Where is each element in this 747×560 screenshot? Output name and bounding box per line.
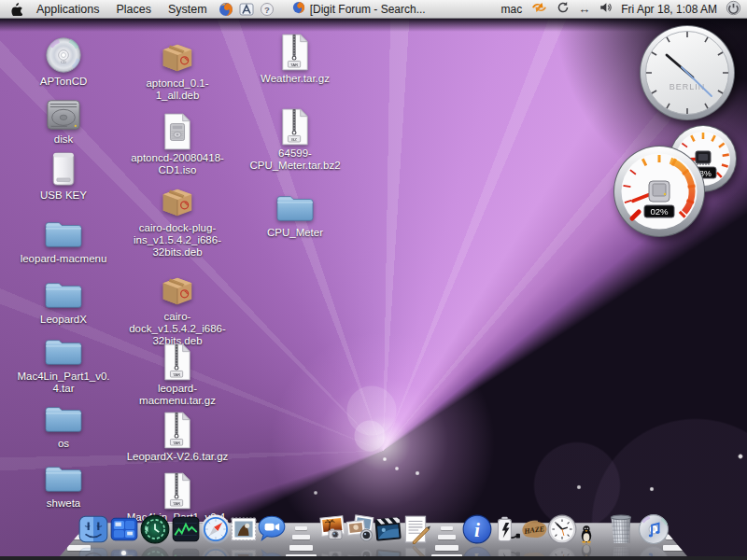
svg-text:i: i bbox=[474, 519, 480, 541]
dock-icon-get-info[interactable]: ii bbox=[461, 513, 493, 545]
desktop-icon-os[interactable]: os bbox=[15, 396, 112, 450]
desktop-icon-label: APTonCD bbox=[40, 76, 88, 88]
dock-icon-haze-weather[interactable]: HAZEHAZE bbox=[518, 513, 550, 545]
deb-package-icon bbox=[158, 35, 197, 77]
dock-icon-finder[interactable] bbox=[78, 513, 109, 545]
svg-text:?: ? bbox=[264, 4, 270, 14]
dock-icon-imovie[interactable] bbox=[372, 513, 403, 545]
desktop-icon-leopardx[interactable]: LeopardX bbox=[15, 272, 112, 326]
desktop-icon-cpu-meter-tarbz2[interactable]: BZ64599-CPU_Meter.tar.bz2 bbox=[243, 105, 347, 172]
svg-text:CD: CD bbox=[61, 60, 66, 64]
dock-separator bbox=[438, 535, 456, 539]
desktop-icon-cairo-dock-deb[interactable]: cairo-dock_v1.5.4.2_i686-32bits.deb bbox=[125, 269, 230, 347]
bz2-archive-icon: BZ bbox=[279, 105, 311, 147]
dock-separator bbox=[292, 535, 310, 539]
desktop-icon-weather-targz[interactable]: TARWeather.tar.gz bbox=[243, 31, 347, 85]
dock-icon-itunes[interactable] bbox=[638, 513, 669, 545]
desktop-icon-label: Mac4Lin_Part1_v0.4.tar bbox=[15, 371, 112, 395]
desktop-icon-label: leopard-macmenu bbox=[21, 253, 107, 265]
desktop-icon-aptoncd-iso[interactable]: aptoncd-20080418-CD1.iso bbox=[125, 110, 230, 176]
desktop-icon-label: LeopardX bbox=[40, 314, 87, 326]
tar-archive-icon: TAR bbox=[162, 409, 193, 450]
desktop-icon-label: USB KEY bbox=[40, 189, 87, 202]
desktop-icon-usb-key[interactable]: USB KEY bbox=[15, 147, 112, 202]
desktop-icon-label: disk bbox=[54, 133, 73, 146]
dock-separator bbox=[435, 545, 458, 551]
volume-icon[interactable] bbox=[599, 1, 613, 17]
username-label[interactable]: mac bbox=[501, 3, 523, 16]
desktop-icon-cairo-dock-plugins-deb[interactable]: cairo-dock-plug-ins_v1.5.4.2_i686-32bits… bbox=[125, 180, 230, 259]
desktop-icon-label: Weather.tar.gz bbox=[261, 73, 330, 85]
tar-archive-icon: TAR bbox=[279, 31, 311, 72]
svg-text:BZ: BZ bbox=[291, 137, 297, 142]
desktop-icon-leopard-macmenu-targz[interactable]: TARleopard-macmenu.tar.gz bbox=[125, 341, 230, 407]
cd-icon: CD bbox=[44, 34, 83, 75]
desktop-icon-label: aptoncd_0.1-1_all.deb bbox=[125, 77, 230, 102]
menu-applications[interactable]: Applications bbox=[28, 0, 107, 18]
dock-icon-clock[interactable] bbox=[546, 513, 578, 545]
folder-icon bbox=[42, 455, 85, 497]
folder-icon bbox=[42, 272, 85, 313]
refresh-icon[interactable] bbox=[557, 1, 570, 17]
svg-text:TAR: TAR bbox=[173, 372, 180, 377]
desktop-icon-label: os bbox=[58, 438, 69, 450]
svg-text:TAR: TAR bbox=[173, 441, 180, 445]
dock-icon-battery[interactable] bbox=[489, 513, 521, 545]
dock-separator bbox=[669, 526, 681, 530]
svg-text:TAR: TAR bbox=[290, 63, 298, 67]
desktop-icon-label: 64599-CPU_Meter.tar.bz2 bbox=[243, 147, 347, 172]
desktop-icon-label: CPU_Meter bbox=[267, 227, 323, 239]
dock-icon-iphoto[interactable] bbox=[317, 513, 348, 545]
dock-icon-safari[interactable] bbox=[200, 513, 232, 545]
desktop-icon-label: leopard-macmenu.tar.gz bbox=[125, 383, 230, 407]
power-icon[interactable] bbox=[726, 0, 741, 19]
window-title: [Digit Forum - Search... bbox=[310, 3, 426, 16]
desktop-icon-label: cairo-dock-plug-ins_v1.5.4.2_i686-32bits… bbox=[125, 222, 230, 259]
desktop-icon-leopard-macmenu[interactable]: leopard-macmenu bbox=[15, 211, 112, 265]
menu-places[interactable]: Places bbox=[107, 0, 160, 18]
dock-icon-mail[interactable] bbox=[228, 513, 260, 545]
disk-gauge-value: 02% bbox=[650, 206, 669, 217]
desktop-icon-aptoncd-deb[interactable]: aptoncd_0.1-1_all.deb bbox=[125, 35, 230, 102]
desktop-wallpaper: CDAPTonCD disk USB KEY leopard-macmenu L… bbox=[0, 19, 747, 560]
deb-package-icon bbox=[158, 180, 197, 221]
dock-icon-textedit[interactable] bbox=[400, 513, 431, 545]
user-switcher-icon[interactable] bbox=[530, 1, 548, 17]
clock-city-label: BERLIN bbox=[669, 82, 706, 91]
desktop-icon-mac4lin-folder[interactable]: Mac4Lin_Part1_v0.4.tar bbox=[15, 329, 112, 395]
menubar: Applications Places System ? [Digit Foru… bbox=[0, 0, 747, 19]
desktop-icon-label: LeopardX-V2.6.tar.gz bbox=[127, 451, 229, 463]
desktop-icon-label: aptoncd-20080418-CD1.iso bbox=[125, 152, 230, 176]
dock-icon-time-machine[interactable] bbox=[139, 513, 171, 545]
dock-separator bbox=[289, 545, 313, 551]
apple-menu-icon[interactable] bbox=[9, 2, 22, 16]
dock-separator bbox=[441, 526, 453, 530]
dock-icon-trash[interactable] bbox=[605, 511, 637, 545]
running-indicator-dot bbox=[121, 551, 126, 555]
network-icon[interactable]: ↔ bbox=[578, 2, 590, 16]
firefox-window-icon bbox=[292, 1, 305, 17]
dock-icon-ichat[interactable] bbox=[256, 513, 288, 545]
dock-icon-spaces[interactable] bbox=[108, 513, 140, 545]
desktop-icon-aptoncd[interactable]: CDAPTonCD bbox=[15, 34, 112, 88]
desktop-icon-cpu-meter-folder[interactable]: CPU_Meter bbox=[243, 185, 347, 239]
dock: ii HAZEHAZE bbox=[0, 500, 747, 560]
menubar-clock[interactable]: Fri Apr 18, 1:08 AM bbox=[621, 3, 717, 16]
menu-system[interactable]: System bbox=[160, 0, 216, 18]
file-manager-launcher-icon[interactable] bbox=[239, 2, 254, 17]
cpu-meter-widget[interactable]: 18% 02% bbox=[605, 119, 747, 241]
desktop-icon-disk[interactable]: disk bbox=[15, 91, 112, 146]
window-list-item[interactable]: [Digit Forum - Search... bbox=[292, 1, 426, 17]
analog-clock-widget[interactable]: BERLIN bbox=[639, 24, 736, 125]
deb-package-icon bbox=[158, 269, 197, 310]
firefox-launcher-icon[interactable] bbox=[218, 2, 233, 17]
help-launcher-icon[interactable]: ? bbox=[260, 2, 275, 17]
desktop-icon-leopardx-targz[interactable]: TARLeopardX-V2.6.tar.gz bbox=[125, 409, 230, 463]
dock-separator bbox=[295, 526, 307, 530]
usb-drive-icon bbox=[47, 147, 80, 189]
disk-gauge: 02% bbox=[613, 146, 705, 237]
dock-icon-activity-monitor[interactable] bbox=[170, 513, 202, 545]
dock-icon-tux[interactable] bbox=[579, 525, 594, 543]
folder-icon bbox=[42, 329, 85, 370]
folder-icon bbox=[274, 185, 317, 226]
